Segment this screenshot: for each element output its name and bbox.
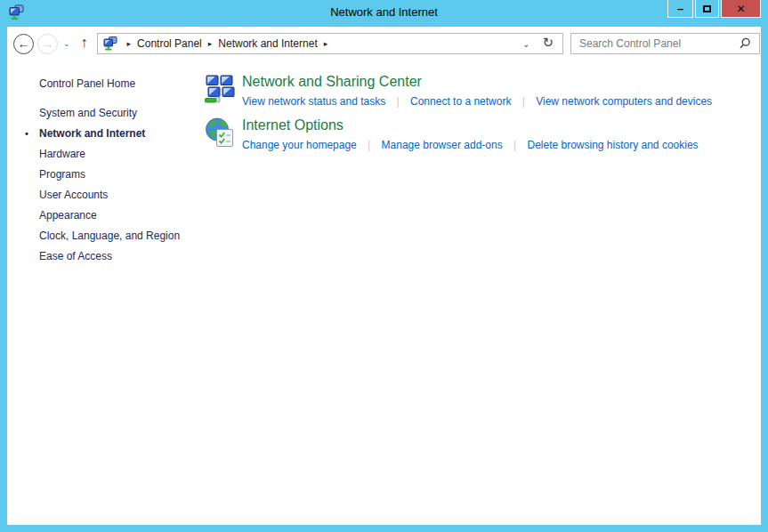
- back-button[interactable]: ←: [13, 34, 34, 54]
- link-separator: |: [514, 95, 533, 108]
- internet-options-tasks: Change your homepage | Manage browser ad…: [242, 137, 699, 153]
- sidebar-item-label: Network and Internet: [39, 127, 145, 140]
- task-link-change-homepage[interactable]: Change your homepage: [242, 139, 357, 151]
- sidebar-item-network-and-internet[interactable]: • Network and Internet: [7, 124, 205, 144]
- sidebar-item-user-accounts[interactable]: User Accounts: [7, 185, 205, 206]
- close-icon: ✕: [736, 3, 745, 15]
- sidebar-item-label: System and Security: [39, 107, 137, 119]
- breadcrumb-arrow-icon: ▸: [318, 39, 335, 48]
- back-icon: ←: [18, 36, 30, 51]
- close-button[interactable]: ✕: [721, 0, 761, 18]
- link-separator: |: [360, 139, 378, 151]
- sidebar-item-label: Appearance: [39, 209, 97, 222]
- breadcrumb-item-control-panel[interactable]: Control Panel: [137, 37, 202, 50]
- maximize-icon: [703, 5, 711, 12]
- internet-options-heading[interactable]: Internet Options: [242, 117, 699, 134]
- titlebar: Network and Internet – ✕: [0, 0, 768, 27]
- address-bar[interactable]: ▸ Control Panel ▸ Network and Internet ▸…: [97, 33, 563, 54]
- sidebar-item-label: Ease of Access: [39, 250, 112, 262]
- window-controls: – ✕: [666, 0, 761, 18]
- sidebar-item-label: Hardware: [39, 148, 85, 160]
- section-text: Network and Sharing Center View network …: [242, 73, 712, 109]
- sidebar-item-label: Clock, Language, and Region: [39, 230, 180, 242]
- control-panel-location-icon: [103, 36, 117, 51]
- section-text: Internet Options Change your homepage | …: [242, 117, 699, 153]
- search-icon[interactable]: [739, 37, 751, 50]
- main-content: Network and Sharing Center View network …: [205, 60, 761, 525]
- body-row: Control Panel Home System and Security •…: [7, 60, 761, 525]
- breadcrumb-arrow-icon: ▸: [121, 39, 138, 48]
- sidebar-item-programs[interactable]: Programs: [7, 165, 205, 185]
- refresh-button[interactable]: ↻: [538, 35, 557, 52]
- minimize-button[interactable]: –: [667, 0, 693, 18]
- link-separator: |: [389, 95, 408, 108]
- section-network-and-sharing-center: Network and Sharing Center View network …: [205, 73, 761, 109]
- search-input[interactable]: [571, 37, 739, 50]
- sidebar-item-appearance[interactable]: Appearance: [7, 206, 205, 226]
- sidebar-item-ease-of-access[interactable]: Ease of Access: [7, 246, 205, 267]
- sidebar-item-hardware[interactable]: Hardware: [7, 144, 205, 165]
- client-area: ← → ⌄ ↑ ▸ Control Panel: [7, 27, 761, 525]
- forward-button[interactable]: →: [37, 34, 58, 54]
- breadcrumb-item-network-and-internet[interactable]: Network and Internet: [218, 37, 317, 50]
- sidebar-item-control-panel-home[interactable]: Control Panel Home: [7, 74, 205, 94]
- minimize-icon: –: [677, 2, 683, 15]
- control-panel-window: Network and Internet – ✕ ← → ⌄: [0, 0, 768, 532]
- task-link-manage-addons[interactable]: Manage browser add-ons: [382, 139, 503, 151]
- maximize-button[interactable]: [695, 0, 719, 18]
- up-arrow-icon: ↑: [81, 35, 88, 50]
- navigation-bar: ← → ⌄ ↑ ▸ Control Panel: [7, 27, 761, 60]
- task-link-connect-to-network[interactable]: Connect to a network: [410, 95, 511, 108]
- task-link-view-network-computers[interactable]: View network computers and devices: [536, 95, 712, 108]
- recent-pages-button[interactable]: ⌄: [61, 39, 76, 48]
- sidebar-item-system-and-security[interactable]: System and Security: [7, 103, 205, 124]
- active-bullet-icon: •: [25, 124, 28, 144]
- address-bar-controls: ⌄ ↻: [513, 35, 557, 52]
- network-sharing-center-icon[interactable]: [205, 74, 235, 104]
- chevron-down-icon: ⌄: [522, 39, 530, 49]
- task-link-delete-history[interactable]: Delete browsing history and cookies: [527, 139, 698, 151]
- sidebar-item-label: User Accounts: [39, 189, 108, 201]
- sidebar-item-label: Programs: [39, 168, 85, 181]
- link-separator: |: [505, 139, 524, 151]
- internet-options-icon[interactable]: [205, 117, 235, 148]
- section-internet-options: Internet Options Change your homepage | …: [205, 117, 761, 153]
- previous-locations-button[interactable]: ⌄: [513, 39, 538, 49]
- refresh-icon: ↻: [542, 35, 554, 50]
- network-sharing-center-tasks: View network status and tasks | Connect …: [242, 93, 712, 109]
- forward-icon: →: [42, 36, 54, 51]
- window-title: Network and Internet: [0, 0, 768, 27]
- search-box: [570, 33, 760, 54]
- sidebar-item-clock-language-region[interactable]: Clock, Language, and Region: [7, 226, 205, 246]
- chevron-down-icon: ⌄: [63, 39, 70, 48]
- up-button[interactable]: ↑: [76, 35, 97, 52]
- network-sharing-center-heading[interactable]: Network and Sharing Center: [242, 73, 712, 91]
- sidebar: Control Panel Home System and Security •…: [7, 60, 205, 525]
- task-link-view-network-status[interactable]: View network status and tasks: [242, 95, 385, 108]
- sidebar-item-label: Control Panel Home: [39, 77, 135, 90]
- breadcrumb-arrow-icon: ▸: [202, 39, 219, 48]
